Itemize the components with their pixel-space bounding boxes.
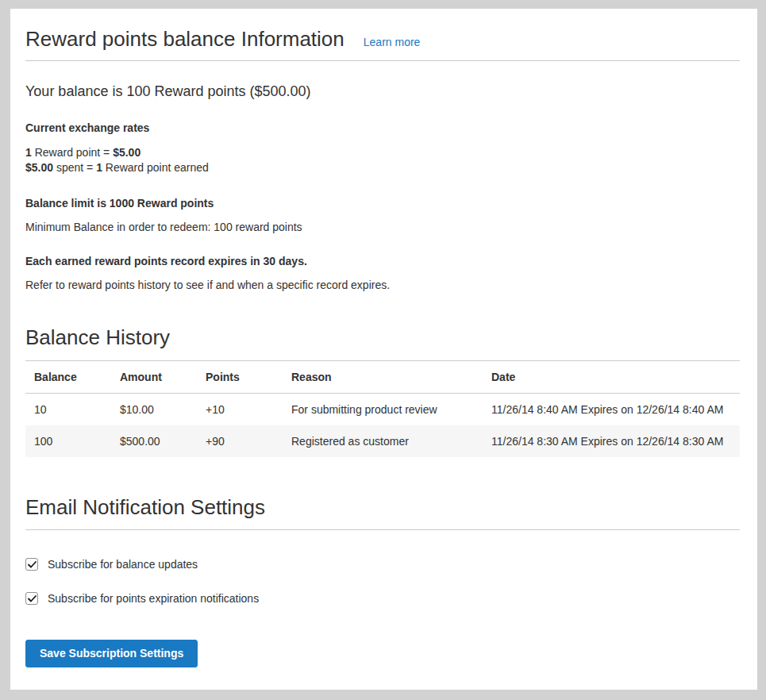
exchange-rate-lines: 1 Reward point = $5.00 $5.00 spent = 1 R… <box>25 145 740 175</box>
page-title: Reward points balance Information <box>25 27 345 52</box>
column-header-reason: Reason <box>283 361 483 394</box>
expiration-rule-text: Each earned reward points record expires… <box>25 255 740 267</box>
balance-history-title: Balance History <box>25 325 740 350</box>
balance-limit-text: Balance limit is 1000 Reward points <box>25 197 740 210</box>
exchange-rates-heading: Current exchange rates <box>25 121 740 134</box>
reward-points-panel: Reward points balance Information Learn … <box>10 9 757 690</box>
column-header-points: Points <box>197 361 283 394</box>
cell-date: 11/26/14 8:30 AM Expires on 12/26/14 8:3… <box>483 425 740 457</box>
cell-amount: $10.00 <box>111 394 197 426</box>
learn-more-link[interactable]: Learn more <box>364 36 421 48</box>
cell-points: +10 <box>197 394 283 426</box>
column-header-balance: Balance <box>25 361 111 394</box>
table-row: 100 $500.00 +90 Registered as customer 1… <box>25 425 740 457</box>
points-expiration-label[interactable]: Subscribe for points expiration notifica… <box>48 592 259 605</box>
rate-line-earn: 1 Reward point = $5.00 <box>25 145 740 160</box>
column-header-date: Date <box>483 361 740 394</box>
cell-balance: 100 <box>25 425 111 457</box>
cell-reason: For submitting product review <box>283 394 483 426</box>
balance-updates-option: Subscribe for balance updates <box>25 558 740 571</box>
cell-points: +90 <box>197 425 283 457</box>
cell-reason: Registered as customer <box>283 425 483 457</box>
rate-line-spend: $5.00 spent = 1 Reward point earned <box>25 160 740 175</box>
expiration-section: Each earned reward points record expires… <box>25 255 740 291</box>
table-row: 10 $10.00 +10 For submitting product rev… <box>25 394 740 426</box>
exchange-rates-section: Current exchange rates 1 Reward point = … <box>25 121 740 175</box>
balance-limit-section: Balance limit is 1000 Reward points Mini… <box>25 197 740 233</box>
save-subscription-settings-button[interactable]: Save Subscription Settings <box>25 640 198 667</box>
balance-history-section: Balance History Balance Amount Points Re… <box>25 325 740 457</box>
balance-history-table: Balance Amount Points Reason Date 10 $10… <box>25 360 740 457</box>
balance-updates-label[interactable]: Subscribe for balance updates <box>48 558 198 571</box>
page-header: Reward points balance Information Learn … <box>25 21 740 61</box>
email-notification-section: Email Notification Settings Subscribe fo… <box>25 495 740 667</box>
table-header-row: Balance Amount Points Reason Date <box>25 361 740 394</box>
column-header-amount: Amount <box>111 361 197 394</box>
points-expiration-option: Subscribe for points expiration notifica… <box>25 592 740 605</box>
points-expiration-checkbox[interactable] <box>25 592 38 605</box>
cell-date: 11/26/14 8:40 AM Expires on 12/26/14 8:4… <box>483 394 740 426</box>
email-notification-header: Email Notification Settings <box>25 495 740 530</box>
cell-balance: 10 <box>25 394 111 426</box>
checkmark-icon <box>28 561 37 568</box>
cell-amount: $500.00 <box>111 425 197 457</box>
balance-summary: Your balance is 100 Reward points ($500.… <box>25 83 740 100</box>
minimum-redeem-text: Minimum Balance in order to redeem: 100 … <box>25 221 740 233</box>
balance-updates-checkbox[interactable] <box>25 558 38 571</box>
checkmark-icon <box>28 595 37 602</box>
expiration-note-text: Refer to reward points history to see if… <box>25 279 740 291</box>
email-notification-title: Email Notification Settings <box>25 495 740 520</box>
